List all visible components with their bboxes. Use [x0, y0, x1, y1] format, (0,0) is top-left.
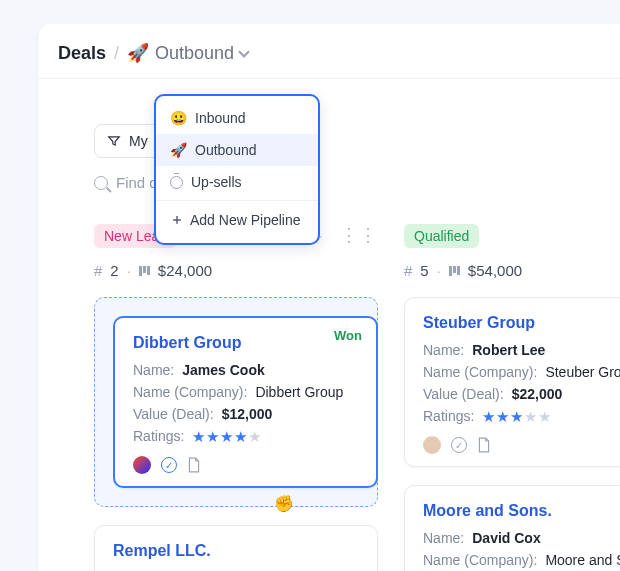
search-input[interactable]: Find d	[94, 174, 158, 191]
company-name: Moore and Sons	[545, 552, 620, 568]
card-footer: ✓ 1d	[423, 436, 620, 454]
my-filter-label: My	[129, 133, 148, 149]
drag-handle-icon[interactable]: ⋮⋮	[340, 224, 378, 248]
pipeline-option-label: Outbound	[195, 142, 257, 158]
deal-card[interactable]: Steuber Group Name:Robert Lee Name (Comp…	[404, 297, 620, 467]
app-panel: Deals / 🚀 Outbound My Find d 😀 Inbound 🚀…	[38, 24, 620, 571]
pipeline-option-upsells[interactable]: Up-sells	[156, 166, 318, 198]
rating-stars: ★★★★★	[482, 408, 552, 426]
stage-pill: Qualified	[404, 224, 479, 248]
add-pipeline-label: Add New Pipeline	[190, 212, 301, 228]
deal-card[interactable]: Rempel LLC. Name:Jaquelin Kim Name (Comp…	[94, 525, 378, 571]
stage-count: 5	[420, 262, 428, 279]
pipeline-selector[interactable]: 🚀 Outbound	[127, 42, 248, 64]
field-label: Name (Company):	[133, 384, 247, 400]
kanban-icon	[139, 266, 150, 276]
rocket-icon: 🚀	[127, 42, 149, 64]
deal-title: Dibbert Group	[133, 334, 358, 352]
kanban-column-qualified: Qualified ＋ ⋮⋮ # 5 · $54,000 Steuber Gro…	[404, 224, 620, 571]
stage-count: 2	[110, 262, 118, 279]
dropdown-divider	[156, 200, 318, 201]
avatar[interactable]	[133, 456, 151, 474]
stage-header: Qualified ＋ ⋮⋮	[404, 224, 620, 248]
rocket-icon: 🚀	[170, 142, 187, 158]
field-label: Name (Company):	[423, 364, 537, 380]
search-placeholder: Find d	[116, 174, 158, 191]
pipeline-option-label: Inbound	[195, 110, 246, 126]
plus-icon: ＋	[170, 211, 182, 229]
cursor-icon: ✊	[274, 494, 294, 513]
search-icon	[94, 176, 108, 190]
pipeline-option-inbound[interactable]: 😀 Inbound	[156, 102, 318, 134]
deal-title: Steuber Group	[423, 314, 620, 332]
add-pipeline-button[interactable]: ＋ Add New Pipeline	[156, 203, 318, 237]
pipeline-label: Outbound	[155, 43, 234, 64]
field-label: Value (Deal):	[133, 406, 214, 422]
file-icon[interactable]	[477, 437, 491, 453]
my-filter-button[interactable]: My	[94, 124, 161, 158]
kanban-column-new-lead: New Lead ＋ ⋮⋮ # 2 · $24,000 Won Dibbert …	[94, 224, 378, 571]
contact-name: David Cox	[472, 530, 540, 546]
stage-total: $54,000	[468, 262, 522, 279]
pipeline-option-outbound[interactable]: 🚀 Outbound	[156, 134, 318, 166]
stopwatch-icon	[170, 176, 183, 189]
check-icon[interactable]: ✓	[161, 457, 177, 473]
stage-summary: # 5 · $54,000	[404, 262, 620, 279]
deal-value: $22,000	[512, 386, 563, 402]
drop-zone[interactable]: Won Dibbert Group Name:James Cook Name (…	[94, 297, 378, 507]
filter-icon	[107, 134, 121, 148]
hash-icon: #	[94, 262, 102, 279]
field-label: Ratings:	[133, 428, 184, 446]
kanban-columns: New Lead ＋ ⋮⋮ # 2 · $24,000 Won Dibbert …	[94, 224, 620, 571]
deal-title: Rempel LLC.	[113, 542, 359, 560]
pipeline-dropdown: 😀 Inbound 🚀 Outbound Up-sells ＋ Add New …	[154, 94, 320, 245]
divider	[38, 78, 620, 79]
deal-value: $12,000	[222, 406, 273, 422]
stage-summary: # 2 · $24,000	[94, 262, 378, 279]
hash-icon: #	[404, 262, 412, 279]
breadcrumb-slash: /	[114, 43, 119, 64]
contact-name: Robert Lee	[472, 342, 545, 358]
contact-name: James Cook	[182, 362, 264, 378]
card-footer: ✓	[133, 456, 358, 474]
field-label: Ratings:	[423, 408, 474, 426]
avatar[interactable]	[423, 436, 441, 454]
company-name: Dibbert Group	[255, 384, 343, 400]
file-icon[interactable]	[187, 457, 201, 473]
field-label: Name (Company):	[423, 552, 537, 568]
status-badge: Won	[334, 328, 362, 343]
header: Deals / 🚀 Outbound	[38, 24, 620, 78]
page-title: Deals	[58, 43, 106, 64]
check-icon[interactable]: ✓	[451, 437, 467, 453]
field-label: Value (Deal):	[423, 386, 504, 402]
field-label: Name:	[423, 530, 464, 546]
smile-icon: 😀	[170, 110, 187, 126]
deal-card[interactable]: Won Dibbert Group Name:James Cook Name (…	[113, 316, 378, 488]
rating-stars: ★★★★★	[192, 428, 262, 446]
deal-card[interactable]: Moore and Sons. Name:David Cox Name (Com…	[404, 485, 620, 571]
pipeline-option-label: Up-sells	[191, 174, 242, 190]
chevron-down-icon	[238, 46, 249, 57]
field-label: Name:	[133, 362, 174, 378]
kanban-icon	[449, 266, 460, 276]
stage-total: $24,000	[158, 262, 212, 279]
field-label: Name:	[423, 342, 464, 358]
deal-title: Moore and Sons.	[423, 502, 620, 520]
company-name: Steuber Group	[545, 364, 620, 380]
